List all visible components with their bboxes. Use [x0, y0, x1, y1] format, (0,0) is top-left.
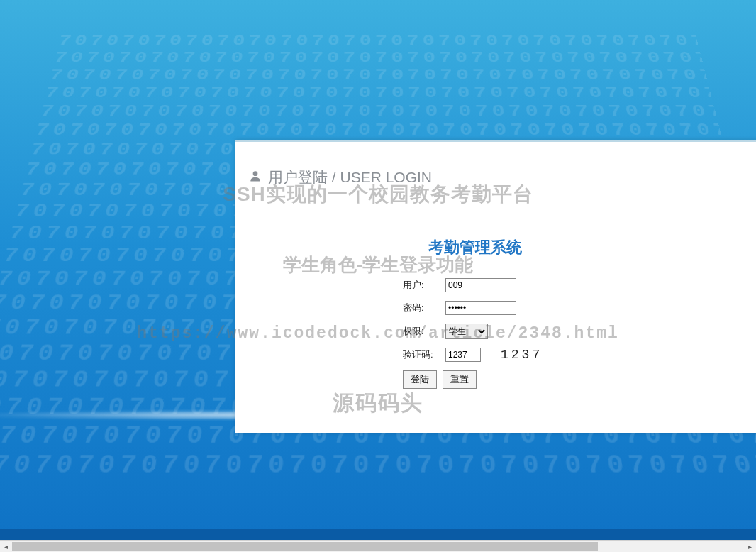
bottom-shade: [0, 529, 756, 540]
bg-line: 7070707070707070707070707070707070707070…: [0, 451, 756, 480]
row-role: 权限: 学生: [403, 324, 756, 339]
captcha-input[interactable]: [445, 348, 481, 362]
row-buttons: 登陆 重置: [403, 370, 756, 389]
svg-point-0: [253, 171, 258, 176]
bg-line: 7070707070707070707070707070707070707070…: [43, 84, 713, 101]
bg-line: 7070707070707070707070707070707070707070…: [52, 49, 704, 66]
captcha-label: 验证码:: [403, 348, 440, 361]
row-user: 用户:: [403, 278, 756, 292]
bg-line: 7070707070707070707070707070707070707070…: [57, 33, 699, 49]
row-password: 密码:: [403, 301, 756, 315]
login-button[interactable]: 登陆: [403, 370, 437, 389]
scroll-left-arrow-icon[interactable]: ◂: [0, 541, 12, 553]
panel-title: 用户登陆 / USER LOGIN: [268, 167, 432, 187]
scroll-right-arrow-icon[interactable]: ▸: [744, 541, 756, 553]
password-input[interactable]: [445, 301, 516, 315]
login-panel: 用户登陆 / USER LOGIN 考勤管理系统 用户: 密码: 权限: 学生: [235, 140, 756, 433]
user-input[interactable]: [445, 278, 516, 292]
user-label: 用户:: [403, 279, 440, 292]
bg-line: 7070707070707070707070707070707070707070…: [48, 66, 708, 84]
scroll-track[interactable]: [12, 541, 744, 553]
captcha-display: 1237: [501, 348, 543, 362]
role-select[interactable]: 学生: [445, 324, 488, 339]
bg-line: 7070707070707070707070707070707070707070…: [38, 102, 718, 121]
password-label: 密码:: [403, 302, 440, 314]
page-viewport[interactable]: 7070707070707070707070707070707070707070…: [0, 0, 756, 540]
row-captcha: 验证码: 1237: [403, 348, 756, 362]
scroll-thumb[interactable]: [12, 542, 598, 551]
system-title: 考勤管理系统: [190, 237, 756, 258]
horizontal-scrollbar[interactable]: ◂ ▸: [0, 540, 756, 552]
login-form: 用户: 密码: 权限: 学生 验证码: 1237: [403, 278, 756, 389]
user-icon: [248, 169, 262, 187]
bg-line: 7070707070707070707070707070707070707070…: [33, 121, 723, 140]
reset-button[interactable]: 重置: [443, 370, 477, 389]
panel-header: 用户登陆 / USER LOGIN: [248, 167, 756, 187]
role-label: 权限:: [403, 325, 440, 338]
